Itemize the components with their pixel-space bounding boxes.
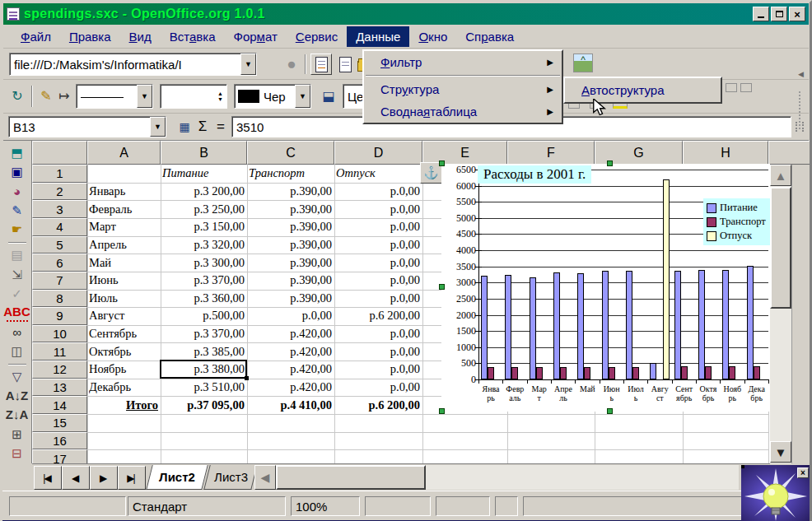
chart-selection-handle[interactable] xyxy=(607,160,613,166)
arrow-style-icon[interactable]: ↦ xyxy=(54,86,74,105)
row-header-8[interactable]: 8 xyxy=(32,290,87,308)
row-header-11[interactable]: 11 xyxy=(32,342,87,361)
row-header-4[interactable]: 4 xyxy=(32,218,87,236)
hscroll-left-icon[interactable]: ◀ xyxy=(254,465,276,490)
vscroll-thumb[interactable] xyxy=(770,187,791,309)
maximize-button[interactable] xyxy=(771,7,787,21)
autofilter-icon[interactable]: ▽ xyxy=(7,368,28,386)
tab-next-icon[interactable]: ▶ xyxy=(90,466,118,490)
line-style-dropdown-arrow[interactable]: ▼ xyxy=(137,85,152,108)
line-style-pen-icon[interactable]: ✎ xyxy=(36,86,56,105)
cell-D10[interactable]: р.0,00 xyxy=(336,325,420,343)
cell-B2[interactable]: р.3 200,00 xyxy=(162,183,245,201)
title-bar[interactable]: spendings.sxc - OpenOffice.org 1.0.1 × xyxy=(3,3,809,25)
cell-D5[interactable]: р.0,00 xyxy=(336,236,420,254)
cell-B10[interactable]: р.3 370,00 xyxy=(162,325,245,343)
cell-D8[interactable]: р.0,00 xyxy=(336,290,420,308)
selected-cell-outline[interactable] xyxy=(160,360,247,379)
stop-icon[interactable]: ● xyxy=(282,54,301,74)
cell-B8[interactable]: р.3 360,00 xyxy=(162,290,245,308)
cell-C8[interactable]: р.390,00 xyxy=(249,290,332,308)
grid-corner-button[interactable] xyxy=(32,141,87,165)
cell-D3[interactable]: р.0,00 xyxy=(336,200,420,218)
cell-D14[interactable]: р.6 200,00 xyxy=(336,396,420,414)
cell-C5[interactable]: р.390,00 xyxy=(249,236,332,254)
insert-chart-icon[interactable]: ◕ xyxy=(7,183,28,201)
edit-points-icon[interactable]: ↻ xyxy=(7,86,27,105)
tab-last-icon[interactable]: ▶| xyxy=(118,466,146,490)
cell-B14[interactable]: р.37 095,00 xyxy=(162,396,245,414)
cell-A13[interactable]: Декабрь xyxy=(89,379,158,397)
row-header-13[interactable]: 13 xyxy=(32,379,87,397)
sheet-tab-Лист2[interactable]: Лист2 xyxy=(146,465,208,490)
cell-D6[interactable]: р.0,00 xyxy=(336,254,420,272)
line-color-combobox[interactable]: Чер ▼ xyxy=(234,84,311,109)
menu-Вид[interactable]: Вид xyxy=(120,26,161,47)
row-header-10[interactable]: 10 xyxy=(32,325,87,343)
cell-C14[interactable]: р.4 410,00 xyxy=(249,396,332,414)
column-header-D[interactable]: D xyxy=(334,141,422,165)
cell-A5[interactable]: Апрель xyxy=(89,236,158,254)
cell-C4[interactable]: р.390,00 xyxy=(249,218,332,236)
cell-D12[interactable]: р.0,00 xyxy=(336,361,420,379)
cell-C2[interactable]: р.390,00 xyxy=(249,183,332,201)
chart-object[interactable]: 0500100015002000250030003500400045005000… xyxy=(441,164,770,412)
sort-ascending-icon[interactable]: A↓Z xyxy=(7,387,28,405)
menu-Формат[interactable]: Формат xyxy=(224,26,286,47)
menu-item-Структура[interactable]: Структура▶ xyxy=(364,78,562,100)
row-header-6[interactable]: 6 xyxy=(32,254,87,272)
menu-Сервис[interactable]: Сервис xyxy=(287,26,347,47)
cell-A7[interactable]: Июнь xyxy=(89,272,158,290)
cell-B3[interactable]: р.3 250,00 xyxy=(162,200,245,218)
column-header-C[interactable]: C xyxy=(247,141,334,165)
tab-first-icon[interactable]: |◀ xyxy=(34,466,62,490)
help-agent-popup[interactable]: × xyxy=(741,465,811,521)
row-header-12[interactable]: 12 xyxy=(32,361,87,379)
cell-C11[interactable]: р.420,00 xyxy=(249,342,332,361)
cell-D11[interactable]: р.0,00 xyxy=(336,342,420,361)
sheet-tab-Лист3[interactable]: Лист3 xyxy=(203,465,257,490)
cell-D9[interactable]: р.6 200,00 xyxy=(336,307,420,325)
chart-selection-handle[interactable] xyxy=(439,160,445,166)
row-header-16[interactable]: 16 xyxy=(32,432,87,450)
url-combobox[interactable]: file:///D:/Maksim's/Informatika/I ▼ xyxy=(9,53,257,76)
function-wizard-icon[interactable]: ▦ xyxy=(175,117,194,137)
line-style-combobox[interactable]: ▼ xyxy=(76,84,153,109)
cell-A11[interactable]: Октябрь xyxy=(89,342,158,361)
menu-Вставка[interactable]: Вставка xyxy=(161,26,225,47)
cell-C12[interactable]: р.420,00 xyxy=(249,361,332,379)
collapse-left-icon[interactable]: ◀ xyxy=(798,70,804,78)
draw-functions-icon[interactable]: ✎ xyxy=(7,202,28,220)
close-button[interactable]: × xyxy=(789,7,805,21)
cell-B5[interactable]: р.3 320,00 xyxy=(162,236,245,254)
help-agent-close-icon[interactable]: × xyxy=(797,468,809,478)
cell-C10[interactable]: р.420,00 xyxy=(249,325,332,343)
row-header-1[interactable]: 1 xyxy=(32,165,87,183)
spreadsheet-grid[interactable]: ABCDEFGH1234567891011121314151617Питание… xyxy=(32,141,770,463)
cell-A6[interactable]: Май xyxy=(89,254,158,272)
row-header-17[interactable]: 17 xyxy=(32,449,87,463)
function-equals-icon[interactable]: = xyxy=(211,117,231,137)
chart-selection-handle[interactable] xyxy=(439,408,445,414)
cell-C6[interactable]: р.390,00 xyxy=(249,254,332,272)
cell-A14[interactable]: Итого xyxy=(89,396,158,414)
insert-cells-icon[interactable]: ▤ xyxy=(7,246,28,264)
menu-Файл[interactable]: Файл xyxy=(12,26,60,47)
edit-file-icon[interactable] xyxy=(310,53,332,75)
cell-C3[interactable]: р.390,00 xyxy=(249,200,332,218)
insert-frame-icon[interactable]: ▣ xyxy=(7,163,28,181)
find-icon[interactable]: ∞ xyxy=(7,323,28,341)
group-icon[interactable]: ⊞ xyxy=(7,426,28,444)
cell-A4[interactable]: Март xyxy=(89,218,158,236)
ungroup-icon[interactable]: ⊟ xyxy=(7,444,28,463)
autospellcheck-icon[interactable]: ABC xyxy=(7,304,28,322)
spinner-arrows[interactable]: ▲▼ xyxy=(214,89,226,104)
gallery-icon[interactable]: ^ xyxy=(573,53,593,72)
row-header-14[interactable]: 14 xyxy=(32,396,87,414)
window-split-icon[interactable]: ◫ xyxy=(7,342,28,361)
cell-A12[interactable]: Ноябрь xyxy=(89,361,158,379)
cell-D13[interactable]: р.0,00 xyxy=(336,379,420,397)
column-header-E[interactable]: E xyxy=(422,141,507,165)
line-width-spinner[interactable]: ▲▼ xyxy=(160,84,227,109)
cell-A9[interactable]: Август xyxy=(89,307,158,325)
